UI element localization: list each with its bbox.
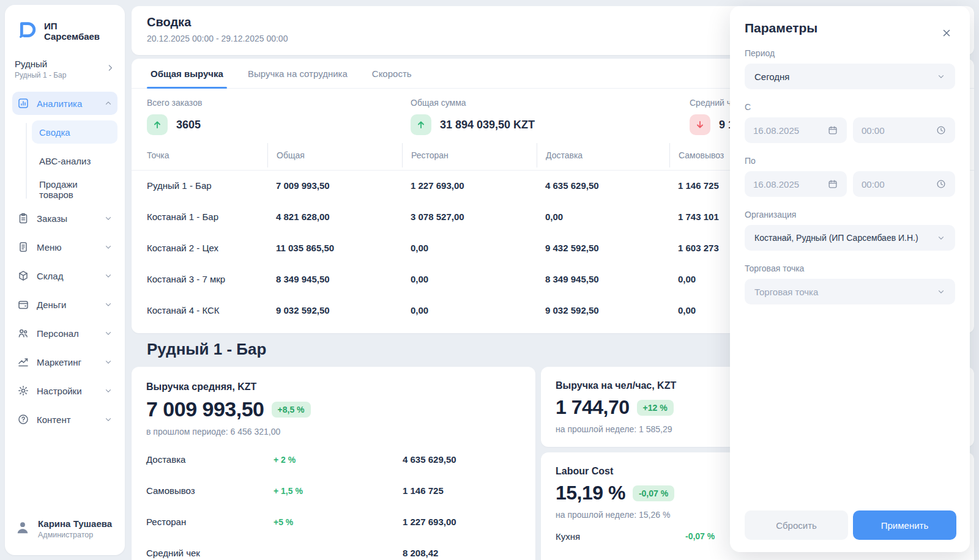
row-label: Самовывоз [146, 485, 274, 496]
cell-delivery: 8 349 945,50 [545, 274, 678, 284]
reset-button[interactable]: Сбросить [745, 510, 848, 540]
location-point: Рудный 1 - Бар [15, 71, 105, 79]
sidebar-item-label: Меню [37, 242, 97, 252]
chart-icon [17, 97, 29, 109]
sidebar-nav: Аналитика Сводка АВС-анализ Продажи това… [5, 89, 125, 439]
organization-select[interactable]: Костанай, Рудный (ИП Сарсембаев И.Н.) [745, 225, 955, 251]
user-name: Карина Тушаева [38, 518, 112, 529]
panel-title: Параметры [745, 21, 955, 35]
avatar [15, 520, 31, 538]
to-time-value: 00:00 [862, 179, 936, 190]
stat-label: Всего заказов [147, 98, 202, 108]
from-time-value: 00:00 [862, 125, 936, 136]
people-icon [17, 327, 29, 339]
cell-total: 7 009 993,50 [276, 180, 411, 191]
breakdown-row: Самовывоз + 1,5 % 1 146 725 [146, 475, 521, 506]
arrow-up-icon [411, 114, 431, 135]
location-switcher[interactable]: Рудный Рудный 1 - Бар [5, 53, 125, 89]
metric-value: 1 744,70 [556, 396, 630, 419]
chevron-up-icon [104, 99, 113, 108]
wallet-icon [17, 298, 29, 311]
cell-total: 4 821 628,00 [276, 212, 411, 222]
row-value: 1 227 693,00 [403, 517, 521, 527]
chevron-down-icon [104, 271, 113, 280]
clipboard-icon [17, 212, 29, 224]
period-value: Сегодня [754, 72, 937, 82]
outlet-placeholder: Торговая точка [754, 287, 937, 297]
stat-label: Общая сумма [411, 98, 535, 108]
chevron-down-icon [104, 386, 113, 395]
breakdown-row: Ресторан +5 % 1 227 693,00 [146, 506, 521, 537]
breakdown-row: Доставка + 2 % 4 635 629,50 [146, 444, 521, 475]
column-header: Точка [147, 143, 276, 168]
location-city: Рудный [15, 59, 105, 69]
tab-revenue-per-employee[interactable]: Выручка на сотрудника [248, 59, 348, 88]
sidebar-item-marketing[interactable]: Маркетинг [12, 350, 117, 374]
from-date-input[interactable]: 16.08.2025 [745, 117, 847, 143]
chevron-down-icon [104, 214, 113, 223]
tab-total-revenue[interactable]: Общая выручка [151, 59, 223, 88]
to-time-input[interactable]: 00:00 [853, 171, 955, 197]
sidebar-item-product-sales[interactable]: Продажи товаров [32, 178, 117, 201]
row-value: 8 208,42 [403, 548, 521, 558]
user-role: Администратор [38, 531, 112, 539]
sidebar-item-settings[interactable]: Настройки [12, 379, 117, 402]
cell-restaurant: 1 227 693,00 [411, 180, 545, 191]
row-percent: + 1,5 % [274, 486, 403, 496]
column-header: Общая [267, 143, 411, 168]
period-select[interactable]: Сегодня [745, 64, 955, 89]
chevron-down-icon [937, 287, 945, 296]
sidebar-item-analytics[interactable]: Аналитика [12, 92, 117, 115]
brand: ИП Сарсембаев [5, 5, 125, 53]
tab-speed[interactable]: Скорость [372, 59, 412, 88]
parameters-panel: Параметры Период Сегодня С 16.08.2025 00… [730, 6, 970, 552]
sidebar-item-abc-analysis[interactable]: АВС-анализ [32, 149, 117, 172]
chevron-down-icon [104, 415, 113, 424]
from-date-value: 16.08.2025 [753, 125, 827, 136]
sidebar-item-label: Деньги [37, 300, 97, 310]
sidebar-item-money[interactable]: Деньги [12, 293, 117, 316]
sidebar-item-summary[interactable]: Сводка [32, 120, 117, 144]
cell-point: Костанай 2 - Цех [147, 243, 276, 253]
close-icon[interactable] [939, 26, 954, 40]
arrow-down-icon [690, 114, 710, 135]
metric-value: 7 009 993,50 [146, 397, 264, 421]
row-label: Средний чек [146, 548, 274, 558]
row-label: Кухня [556, 531, 685, 542]
outlet-select[interactable]: Торговая точка [745, 279, 955, 304]
section-title: Рудный 1 - Бар [147, 340, 266, 359]
sidebar-item-content[interactable]: Контент [12, 408, 117, 431]
sidebar-item-orders[interactable]: Заказы [12, 207, 117, 230]
stat-value: 31 894 039,50 KZT [440, 119, 535, 131]
sidebar-item-label: Склад [37, 271, 97, 281]
apply-button[interactable]: Применить [853, 510, 956, 540]
to-date-input[interactable]: 16.08.2025 [745, 171, 847, 197]
sidebar-item-menu[interactable]: Меню [12, 235, 117, 259]
metric-subtitle: в прошлом периоде: 6 456 321,00 [146, 427, 521, 437]
trend-badge: -0,07 % [633, 485, 674, 501]
chevron-down-icon [937, 234, 945, 242]
row-value: 4 635 629,50 [403, 454, 521, 465]
sidebar-item-label: Аналитика [37, 98, 97, 109]
sidebar-item-staff[interactable]: Персонал [12, 322, 117, 345]
to-label: По [745, 156, 955, 166]
organization-label: Организация [745, 210, 955, 219]
clock-icon [936, 125, 947, 136]
sidebar-item-label: Настройки [37, 386, 97, 396]
user-profile[interactable]: Карина Тушаева Администратор [15, 518, 112, 539]
from-label: С [745, 102, 955, 112]
sidebar-item-stock[interactable]: Склад [12, 264, 117, 287]
chevron-down-icon [104, 300, 113, 309]
row-percent: +5 % [274, 517, 403, 527]
cell-delivery: 0,00 [545, 212, 678, 222]
sidebar-item-label: Маркетинг [37, 357, 97, 367]
stat-total-orders: Всего заказов 3605 [147, 98, 202, 135]
sidebar-item-label: Контент [37, 414, 97, 425]
from-time-input[interactable]: 00:00 [853, 117, 955, 143]
row-label: Ресторан [146, 517, 274, 527]
period-label: Период [745, 48, 955, 58]
trend-icon [17, 356, 29, 368]
stat-value: 3605 [176, 119, 201, 131]
cell-total: 11 035 865,50 [276, 243, 411, 253]
chevron-down-icon [104, 329, 113, 337]
